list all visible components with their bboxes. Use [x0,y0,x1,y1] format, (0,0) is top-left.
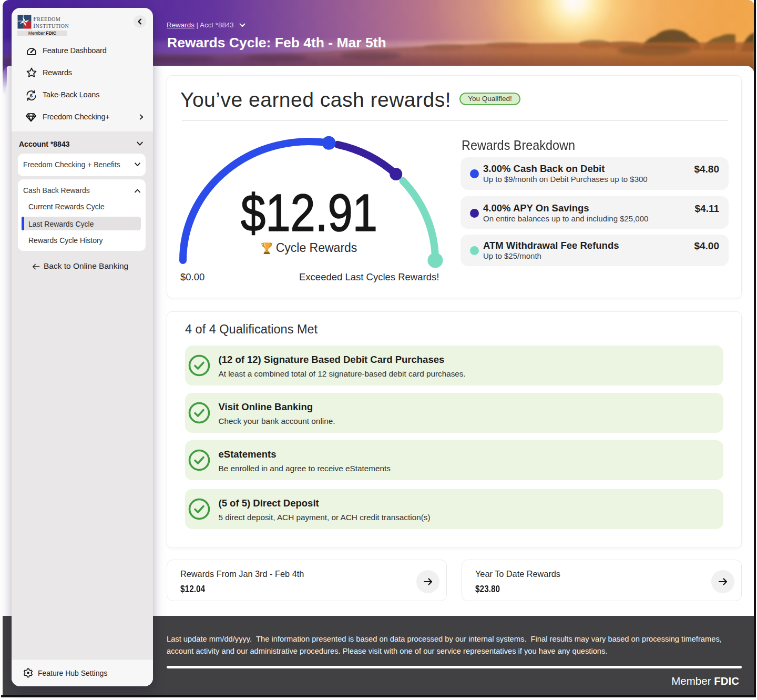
svg-text:$: $ [30,93,33,98]
